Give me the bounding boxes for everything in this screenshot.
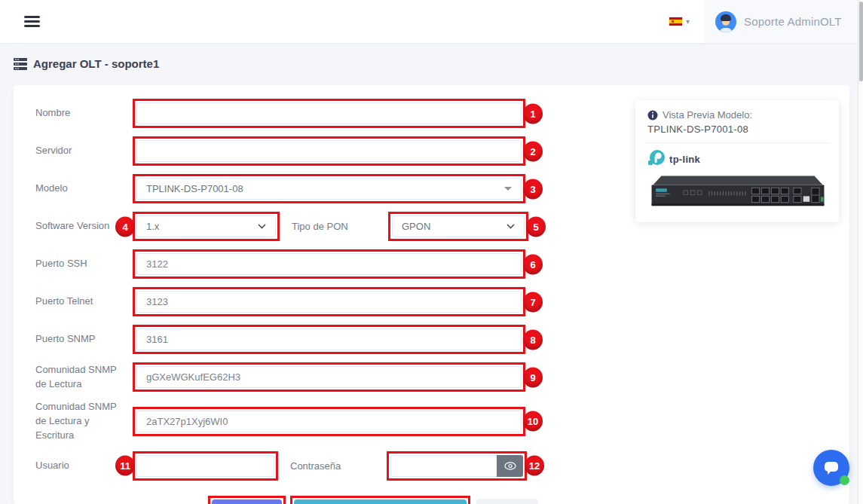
software-version-selected-value: 1.x <box>146 221 258 232</box>
servidor-label: Servidor <box>35 144 133 158</box>
annotation-box-8: 8 <box>133 325 525 354</box>
software-version-select[interactable]: 1.x <box>136 215 276 237</box>
chat-widget-button[interactable] <box>813 450 849 486</box>
annotation-box-1: 1 <box>133 99 525 128</box>
annotation-box-6: 6 <box>133 249 525 279</box>
olt-device-image <box>647 170 828 211</box>
chat-bubble-icon <box>822 460 840 476</box>
nombre-label: Nombre <box>35 106 133 121</box>
page-title: Agregar OLT - soporte1 <box>33 57 159 70</box>
navbar-right: ▾ Soporte AdminOLT <box>669 0 858 43</box>
comunidad-escritura-label: Comunidad SNMP de Lectura y Escritura <box>35 400 133 443</box>
page-header: Agregar OLT - soporte1 <box>14 57 159 70</box>
annotation-badge-12: 12 <box>525 456 544 476</box>
cancel-button[interactable]: Cancelar <box>476 499 538 504</box>
annotation-box-save: Guardar <box>208 496 286 504</box>
contrasena-label: Contraseña <box>290 460 387 472</box>
annotation-badge-2: 2 <box>523 141 543 161</box>
contrasena-input[interactable] <box>390 455 497 477</box>
form-row-puerto-ssh: Puerto SSH 6 <box>35 249 555 279</box>
annotation-badge-8: 8 <box>523 329 543 350</box>
tp-link-logo-icon <box>647 149 666 169</box>
brand-name: tp-link <box>669 154 700 165</box>
online-status-dot <box>840 475 849 485</box>
annotation-badge-1: 1 <box>523 103 543 124</box>
chevron-down-icon <box>506 224 515 229</box>
puerto-snmp-label: Puerto SNMP <box>35 332 133 347</box>
chevron-down-icon <box>258 224 266 229</box>
annotation-box-9: 9 <box>133 362 525 392</box>
form-row-usuario-contrasena: Usuario 11 Contraseña 12 <box>35 451 555 481</box>
puerto-ssh-label: Puerto SSH <box>35 257 133 271</box>
annotation-badge-3: 3 <box>523 179 543 199</box>
modelo-select[interactable]: TPLINK-DS-P7001-08 <box>136 178 522 200</box>
model-preview-card: Vista Previa Modelo: TPLINK-DS-P7001-08 … <box>635 100 839 222</box>
comunidad-escritura-input[interactable] <box>136 411 522 432</box>
server-icon <box>14 58 27 70</box>
avatar <box>715 11 736 32</box>
annotation-box-10: 10 <box>133 407 525 436</box>
annotation-badge-9: 9 <box>523 367 543 387</box>
puerto-snmp-input[interactable] <box>136 328 522 350</box>
annotation-box-7: 7 <box>133 287 525 316</box>
form-row-nombre: Nombre 1 <box>35 99 555 128</box>
comunidad-lectura-input[interactable] <box>136 366 522 388</box>
tipo-pon-selected-value: GPON <box>402 221 506 232</box>
toggle-password-visibility-button[interactable] <box>497 455 523 477</box>
annotation-badge-10: 10 <box>523 411 543 432</box>
scrollbar[interactable] <box>858 0 863 504</box>
caret-down-icon: ▾ <box>686 17 690 26</box>
user-name: Soporte AdminOLT <box>744 15 842 28</box>
annotation-badge-4: 4 <box>115 216 135 237</box>
language-dropdown[interactable]: ▾ <box>669 17 690 26</box>
annotation-badge-7: 7 <box>523 292 543 312</box>
brand-logo: tp-link <box>647 149 827 169</box>
divider <box>644 142 830 143</box>
comunidad-lectura-label: Comunidad SNMP de Lectura <box>35 363 133 392</box>
modelo-selected-value: TPLINK-DS-P7001-08 <box>146 183 504 194</box>
preview-model-name: TPLINK-DS-P7001-08 <box>647 124 827 135</box>
annotation-box-3: TPLINK-DS-P7001-08 3 <box>133 174 525 203</box>
save-button[interactable]: Guardar <box>212 499 282 504</box>
add-olt-form-card: Nombre 1 Servidor 2 Modelo TPLINK-DS-P70… <box>14 85 849 504</box>
caret-down-icon <box>504 187 512 191</box>
tipo-pon-select[interactable]: GPON <box>392 215 525 237</box>
annotation-badge-11: 11 <box>115 456 135 476</box>
puerto-telnet-label: Puerto Telnet <box>35 295 133 309</box>
annotation-box-12: 12 <box>387 451 527 481</box>
annotation-box-2: 2 <box>133 136 525 166</box>
annotation-box-11: 11 <box>133 451 278 481</box>
form-row-software-pon: Software Version 1.x 4 Tipo de PON GPON … <box>35 212 555 241</box>
annotation-box-5: GPON 5 <box>388 212 528 241</box>
form-row-comunidad-lectura: Comunidad SNMP de Lectura 9 <box>35 362 555 392</box>
info-icon <box>647 110 658 121</box>
modelo-label: Modelo <box>35 182 133 196</box>
preview-header: Vista Previa Modelo: <box>647 109 827 121</box>
form-row-puerto-telnet: Puerto Telnet 7 <box>35 287 555 316</box>
form-row-puerto-snmp: Puerto SNMP 8 <box>35 325 555 354</box>
form-actions: Guardar ⇄ Guardar y Comprobar Conexión C… <box>35 496 555 504</box>
spain-flag-icon <box>669 17 682 26</box>
eye-icon <box>504 462 516 470</box>
preview-header-text: Vista Previa Modelo: <box>663 109 752 121</box>
annotation-box-4: 1.x 4 <box>133 212 280 241</box>
form-row-modelo: Modelo TPLINK-DS-P7001-08 3 <box>35 174 555 203</box>
form-row-comunidad-escritura: Comunidad SNMP de Lectura y Escritura 10 <box>35 400 555 443</box>
puerto-telnet-input[interactable] <box>136 291 522 313</box>
usuario-input[interactable] <box>136 455 274 477</box>
add-olt-form: Nombre 1 Servidor 2 Modelo TPLINK-DS-P70… <box>35 99 555 504</box>
save-and-test-button[interactable]: ⇄ Guardar y Comprobar Conexión <box>294 499 467 504</box>
nombre-input[interactable] <box>136 102 522 124</box>
puerto-ssh-input[interactable] <box>136 253 522 275</box>
form-row-servidor: Servidor 2 <box>35 136 555 166</box>
tipo-pon-label: Tipo de PON <box>292 221 388 232</box>
navbar: ▾ Soporte AdminOLT <box>0 0 858 43</box>
servidor-input[interactable] <box>136 140 522 162</box>
annotation-badge-6: 6 <box>523 254 543 274</box>
annotation-box-save-test: ⇄ Guardar y Comprobar Conexión <box>290 496 471 504</box>
user-menu[interactable]: Soporte AdminOLT <box>705 0 858 43</box>
scrollbar-thumb[interactable] <box>859 2 863 81</box>
hamburger-menu-icon[interactable] <box>24 14 40 29</box>
annotation-badge-5: 5 <box>526 216 546 237</box>
